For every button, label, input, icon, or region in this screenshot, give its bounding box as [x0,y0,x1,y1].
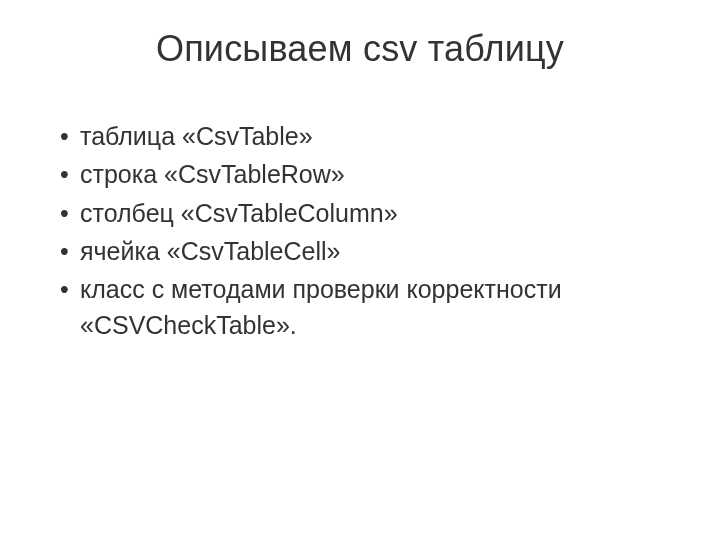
list-item: строка «CsvTableRow» [56,156,672,192]
slide-title: Описываем csv таблицу [48,28,672,70]
slide-container: Описываем csv таблицу таблица «CsvTable»… [0,0,720,540]
list-item: ячейка «CsvTableCell» [56,233,672,269]
list-item: класс с методами проверки корректности «… [56,271,672,344]
list-item: таблица «CsvTable» [56,118,672,154]
list-item: столбец «CsvTableColumn» [56,195,672,231]
bullet-list: таблица «CsvTable» строка «CsvTableRow» … [48,118,672,344]
